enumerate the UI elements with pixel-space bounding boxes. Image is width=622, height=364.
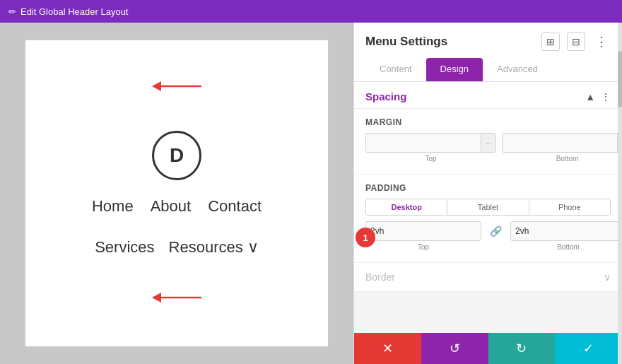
- spacing-section-header: Spacing ▲ ⋮: [354, 82, 622, 109]
- svg-marker-1: [152, 81, 161, 91]
- margin-bottom-group: ↔ Bottom: [502, 133, 622, 163]
- margin-label: Margin: [365, 117, 611, 127]
- tab-content[interactable]: Content: [365, 58, 426, 81]
- border-section: Border ∨: [354, 263, 622, 292]
- redo-icon: ↻: [516, 341, 527, 356]
- resources-dropdown-arrow: ∨: [247, 238, 259, 256]
- margin-top-unit: ↔: [481, 134, 495, 152]
- padding-bottom-label: Bottom: [557, 243, 580, 251]
- margin-bottom-input-wrapper: ↔: [502, 133, 622, 153]
- link-icon[interactable]: 🔗: [487, 225, 505, 237]
- top-bar-title: Edit Global Header Layout: [20, 6, 128, 17]
- link-icon-wrapper: 🔗: [487, 221, 505, 251]
- padding-label: Padding: [365, 183, 611, 193]
- nav-item-about[interactable]: About: [151, 197, 192, 216]
- nav-row2: Services Resources ∨: [95, 238, 259, 257]
- tab-design[interactable]: Design: [426, 58, 483, 81]
- device-tab-desktop[interactable]: Desktop: [366, 199, 447, 215]
- arrow-top: [148, 76, 205, 100]
- padding-section: Padding Desktop Tablet Phone 1: [354, 175, 622, 263]
- margin-top-input-wrapper: ↔: [365, 133, 496, 153]
- canvas: D Home About Contact Services Resources …: [0, 23, 353, 364]
- nav-item-contact[interactable]: Contact: [208, 197, 262, 216]
- margin-bottom-input[interactable]: [503, 135, 617, 151]
- scrollbar[interactable]: [618, 23, 622, 364]
- arrow-bottom: [148, 287, 205, 311]
- padding-top-group: Top: [365, 221, 481, 251]
- scroll-thumb[interactable]: [618, 51, 622, 107]
- nav-item-resources[interactable]: Resources ∨: [169, 238, 259, 257]
- bottom-toolbar: ✕ ↺ ↻ ✓: [354, 333, 622, 364]
- tab-advanced[interactable]: Advanced: [483, 58, 552, 81]
- padding-top-input[interactable]: [366, 223, 481, 239]
- margin-top-input[interactable]: [366, 135, 481, 151]
- padding-fields-row: Top 🔗 Bottom: [365, 221, 611, 251]
- panel-tabs: Content Design Advanced: [365, 58, 611, 81]
- divi-logo: D: [152, 131, 201, 180]
- margin-top-group: ↔ Top: [365, 133, 496, 163]
- step-badge: 1: [356, 228, 375, 247]
- canvas-inner: D Home About Contact Services Resources …: [25, 40, 329, 347]
- nav-row1: Home About Contact: [92, 197, 262, 216]
- save-icon: ✓: [583, 341, 594, 356]
- device-tab-tablet[interactable]: Tablet: [447, 199, 529, 215]
- cancel-button[interactable]: ✕: [354, 333, 421, 364]
- device-tab-phone[interactable]: Phone: [529, 199, 610, 215]
- panel-header: Menu Settings ⊞ ⊟ ⋮ Content Design Advan…: [354, 23, 622, 82]
- more-options-icon[interactable]: ⋮: [592, 33, 611, 51]
- margin-section: Margin ↔ Top ↔ Bottom: [354, 109, 622, 175]
- panel-content: Spacing ▲ ⋮ Margin ↔ Top: [354, 82, 622, 333]
- section-controls: ▲ ⋮: [585, 91, 611, 102]
- border-label: Border: [365, 271, 395, 283]
- padding-bottom-input-wrapper: [510, 221, 622, 241]
- margin-fields-row: ↔ Top ↔ Bottom ↔: [365, 133, 611, 163]
- padding-bottom-input[interactable]: [511, 223, 622, 239]
- nav-item-home[interactable]: Home: [92, 197, 134, 216]
- undo-icon: ↺: [450, 341, 460, 356]
- columns-icon[interactable]: ⊟: [567, 33, 585, 51]
- device-tabs: Desktop Tablet Phone: [365, 199, 611, 216]
- padding-row-wrapper: 1 Top 🔗: [365, 221, 611, 254]
- margin-top-label: Top: [425, 155, 436, 163]
- border-expand-icon[interactable]: ∨: [604, 271, 611, 283]
- padding-bottom-group: Bottom: [510, 221, 622, 251]
- save-button[interactable]: ✓: [555, 333, 622, 364]
- edit-icon: ✏: [8, 6, 16, 17]
- margin-bottom-label: Bottom: [556, 155, 579, 163]
- padding-top-label: Top: [418, 243, 429, 251]
- right-panel: Menu Settings ⊞ ⊟ ⋮ Content Design Advan…: [353, 23, 622, 364]
- top-bar: ✏ Edit Global Header Layout: [0, 0, 622, 23]
- svg-marker-3: [152, 293, 161, 303]
- cancel-icon: ✕: [382, 341, 393, 356]
- nav-item-services[interactable]: Services: [95, 238, 154, 257]
- collapse-chevron[interactable]: ▲: [585, 91, 595, 102]
- panel-title-row: Menu Settings ⊞ ⊟ ⋮: [365, 33, 611, 51]
- expand-icon[interactable]: ⊞: [541, 33, 560, 51]
- padding-top-input-wrapper: [365, 221, 481, 241]
- spacing-title: Spacing: [365, 90, 406, 102]
- section-more-icon[interactable]: ⋮: [601, 91, 611, 102]
- panel-title: Menu Settings: [365, 35, 447, 49]
- main-area: D Home About Contact Services Resources …: [0, 23, 622, 364]
- redo-button[interactable]: ↻: [488, 333, 556, 364]
- undo-button[interactable]: ↺: [421, 333, 488, 364]
- panel-icons: ⊞ ⊟ ⋮: [541, 33, 611, 51]
